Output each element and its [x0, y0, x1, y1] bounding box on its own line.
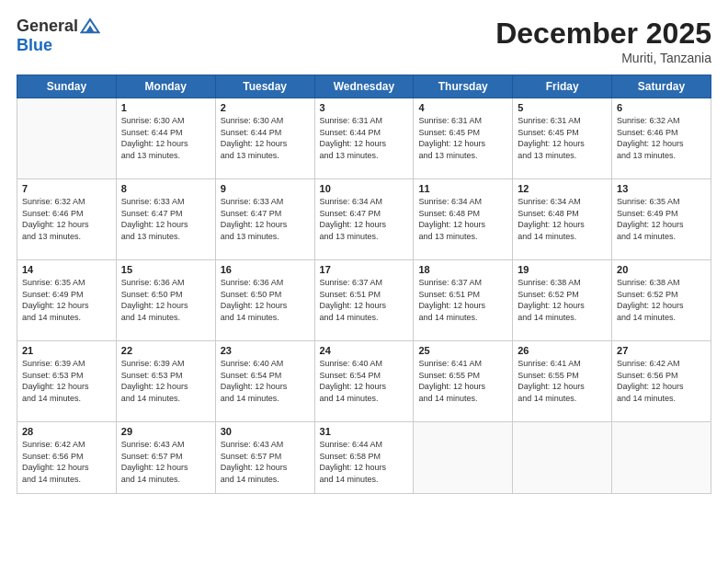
calendar-cell: 20Sunrise: 6:38 AM Sunset: 6:52 PM Dayli… [612, 260, 711, 341]
calendar-cell: 16Sunrise: 6:36 AM Sunset: 6:50 PM Dayli… [215, 260, 314, 341]
calendar-cell: 11Sunrise: 6:34 AM Sunset: 6:48 PM Dayli… [414, 179, 513, 260]
cell-info: Sunrise: 6:34 AM Sunset: 6:47 PM Dayligh… [320, 196, 409, 242]
cell-info: Sunrise: 6:44 AM Sunset: 6:58 PM Dayligh… [320, 439, 409, 485]
day-number: 29 [121, 426, 210, 437]
cell-info: Sunrise: 6:36 AM Sunset: 6:50 PM Dayligh… [221, 277, 310, 323]
calendar-week-4: 21Sunrise: 6:39 AM Sunset: 6:53 PM Dayli… [17, 341, 711, 422]
calendar-week-5: 28Sunrise: 6:42 AM Sunset: 6:56 PM Dayli… [17, 422, 711, 494]
page: General Blue December 2025 Muriti, Tanza… [0, 0, 728, 563]
cell-info: Sunrise: 6:35 AM Sunset: 6:49 PM Dayligh… [617, 196, 706, 242]
calendar-cell: 12Sunrise: 6:34 AM Sunset: 6:48 PM Dayli… [513, 179, 612, 260]
calendar-cell: 1Sunrise: 6:30 AM Sunset: 6:44 PM Daylig… [116, 98, 215, 179]
cell-info: Sunrise: 6:33 AM Sunset: 6:47 PM Dayligh… [121, 196, 210, 242]
cell-info: Sunrise: 6:32 AM Sunset: 6:46 PM Dayligh… [22, 196, 111, 242]
calendar-cell: 2Sunrise: 6:30 AM Sunset: 6:44 PM Daylig… [215, 98, 314, 179]
cell-info: Sunrise: 6:35 AM Sunset: 6:49 PM Dayligh… [22, 277, 111, 323]
calendar-week-3: 14Sunrise: 6:35 AM Sunset: 6:49 PM Dayli… [17, 260, 711, 341]
cell-info: Sunrise: 6:31 AM Sunset: 6:45 PM Dayligh… [518, 115, 607, 161]
cell-info: Sunrise: 6:43 AM Sunset: 6:57 PM Dayligh… [221, 439, 310, 485]
day-number: 8 [121, 183, 210, 194]
day-number: 21 [22, 345, 111, 356]
day-header-friday: Friday [513, 75, 612, 98]
day-number: 10 [320, 183, 409, 194]
day-number: 31 [320, 426, 409, 437]
calendar-cell [17, 98, 117, 179]
calendar-cell: 22Sunrise: 6:39 AM Sunset: 6:53 PM Dayli… [116, 341, 215, 422]
calendar-header-row: SundayMondayTuesdayWednesdayThursdayFrid… [17, 75, 711, 98]
day-header-sunday: Sunday [17, 75, 117, 98]
cell-info: Sunrise: 6:31 AM Sunset: 6:44 PM Dayligh… [320, 115, 409, 161]
day-number: 15 [121, 264, 210, 275]
logo-blue-text: Blue [17, 36, 52, 54]
calendar-cell: 27Sunrise: 6:42 AM Sunset: 6:56 PM Dayli… [612, 341, 711, 422]
calendar-cell [513, 422, 612, 494]
cell-info: Sunrise: 6:38 AM Sunset: 6:52 PM Dayligh… [518, 277, 607, 323]
title-block: December 2025 Muriti, Tanzania [495, 17, 711, 65]
cell-info: Sunrise: 6:31 AM Sunset: 6:45 PM Dayligh… [418, 115, 507, 161]
calendar-cell: 7Sunrise: 6:32 AM Sunset: 6:46 PM Daylig… [17, 179, 117, 260]
calendar-cell: 14Sunrise: 6:35 AM Sunset: 6:49 PM Dayli… [17, 260, 117, 341]
calendar-week-1: 1Sunrise: 6:30 AM Sunset: 6:44 PM Daylig… [17, 98, 711, 179]
cell-info: Sunrise: 6:39 AM Sunset: 6:53 PM Dayligh… [22, 358, 111, 404]
day-number: 2 [221, 102, 310, 113]
calendar-cell: 3Sunrise: 6:31 AM Sunset: 6:44 PM Daylig… [314, 98, 414, 179]
calendar-cell: 24Sunrise: 6:40 AM Sunset: 6:54 PM Dayli… [314, 341, 414, 422]
month-title: December 2025 [495, 17, 711, 51]
day-number: 9 [221, 183, 310, 194]
day-number: 3 [320, 102, 409, 113]
svg-marker-1 [85, 25, 94, 32]
day-number: 27 [617, 345, 706, 356]
day-number: 7 [22, 183, 111, 194]
day-number: 24 [320, 345, 409, 356]
calendar-cell: 5Sunrise: 6:31 AM Sunset: 6:45 PM Daylig… [513, 98, 612, 179]
calendar-cell: 29Sunrise: 6:43 AM Sunset: 6:57 PM Dayli… [116, 422, 215, 494]
day-number: 5 [518, 102, 607, 113]
day-number: 20 [617, 264, 706, 275]
calendar-body: 1Sunrise: 6:30 AM Sunset: 6:44 PM Daylig… [17, 98, 711, 494]
calendar-cell: 25Sunrise: 6:41 AM Sunset: 6:55 PM Dayli… [414, 341, 513, 422]
calendar-cell: 8Sunrise: 6:33 AM Sunset: 6:47 PM Daylig… [116, 179, 215, 260]
calendar-cell: 21Sunrise: 6:39 AM Sunset: 6:53 PM Dayli… [17, 341, 117, 422]
calendar-week-2: 7Sunrise: 6:32 AM Sunset: 6:46 PM Daylig… [17, 179, 711, 260]
cell-info: Sunrise: 6:36 AM Sunset: 6:50 PM Dayligh… [121, 277, 210, 323]
calendar-cell: 30Sunrise: 6:43 AM Sunset: 6:57 PM Dayli… [215, 422, 314, 494]
day-number: 22 [121, 345, 210, 356]
day-number: 23 [221, 345, 310, 356]
day-number: 30 [221, 426, 310, 437]
cell-info: Sunrise: 6:41 AM Sunset: 6:55 PM Dayligh… [518, 358, 607, 404]
day-number: 4 [418, 102, 507, 113]
day-header-monday: Monday [116, 75, 215, 98]
cell-info: Sunrise: 6:42 AM Sunset: 6:56 PM Dayligh… [22, 439, 111, 485]
calendar-cell: 4Sunrise: 6:31 AM Sunset: 6:45 PM Daylig… [414, 98, 513, 179]
day-number: 13 [617, 183, 706, 194]
calendar-cell: 6Sunrise: 6:32 AM Sunset: 6:46 PM Daylig… [612, 98, 711, 179]
cell-info: Sunrise: 6:34 AM Sunset: 6:48 PM Dayligh… [518, 196, 607, 242]
calendar-cell: 18Sunrise: 6:37 AM Sunset: 6:51 PM Dayli… [414, 260, 513, 341]
cell-info: Sunrise: 6:30 AM Sunset: 6:44 PM Dayligh… [121, 115, 210, 161]
calendar-cell: 28Sunrise: 6:42 AM Sunset: 6:56 PM Dayli… [17, 422, 117, 494]
day-number: 18 [418, 264, 507, 275]
logo-general-text: General [17, 17, 78, 36]
calendar-cell [414, 422, 513, 494]
day-number: 6 [617, 102, 706, 113]
day-number: 17 [320, 264, 409, 275]
calendar-cell: 13Sunrise: 6:35 AM Sunset: 6:49 PM Dayli… [612, 179, 711, 260]
cell-info: Sunrise: 6:37 AM Sunset: 6:51 PM Dayligh… [418, 277, 507, 323]
cell-info: Sunrise: 6:30 AM Sunset: 6:44 PM Dayligh… [221, 115, 310, 161]
cell-info: Sunrise: 6:37 AM Sunset: 6:51 PM Dayligh… [320, 277, 409, 323]
location: Muriti, Tanzania [495, 51, 711, 65]
calendar-cell [612, 422, 711, 494]
header: General Blue December 2025 Muriti, Tanza… [17, 17, 711, 65]
calendar-cell: 10Sunrise: 6:34 AM Sunset: 6:47 PM Dayli… [314, 179, 414, 260]
calendar-cell: 19Sunrise: 6:38 AM Sunset: 6:52 PM Dayli… [513, 260, 612, 341]
day-number: 14 [22, 264, 111, 275]
day-header-wednesday: Wednesday [314, 75, 414, 98]
day-number: 1 [121, 102, 210, 113]
day-header-saturday: Saturday [612, 75, 711, 98]
day-number: 28 [22, 426, 111, 437]
cell-info: Sunrise: 6:43 AM Sunset: 6:57 PM Dayligh… [121, 439, 210, 485]
cell-info: Sunrise: 6:32 AM Sunset: 6:46 PM Dayligh… [617, 115, 706, 161]
day-header-tuesday: Tuesday [215, 75, 314, 98]
day-number: 19 [518, 264, 607, 275]
day-number: 25 [418, 345, 507, 356]
